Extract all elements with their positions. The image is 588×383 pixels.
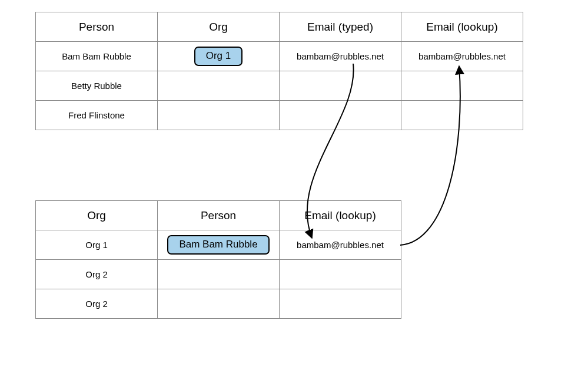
cell-person: Fred Flinstone	[36, 101, 158, 130]
cell-org: Org 1	[158, 42, 280, 71]
people-table: Person Org Email (typed) Email (lookup) …	[35, 12, 523, 130]
people-table-row: Bam Bam Rubble Org 1 bambam@rubbles.net …	[36, 42, 523, 71]
col-org: Org	[36, 201, 158, 230]
orgs-table: Org Person Email (lookup) Org 1 Bam Bam …	[35, 200, 401, 319]
col-email-lookup: Email (lookup)	[401, 12, 523, 42]
orgs-table-row: Org 2	[36, 260, 401, 289]
people-table-row: Betty Rubble	[36, 71, 523, 101]
cell-org	[158, 101, 280, 130]
cell-person	[158, 260, 280, 289]
cell-person: Betty Rubble	[36, 71, 158, 101]
cell-org	[158, 71, 280, 101]
cell-email-lookup: bambam@rubbles.net	[401, 42, 523, 71]
cell-org: Org 2	[36, 289, 158, 319]
col-person: Person	[36, 12, 158, 42]
org-chip[interactable]: Org 1	[194, 47, 243, 65]
cell-email-lookup	[401, 101, 523, 130]
cell-person: Bam Bam Rubble	[158, 230, 280, 260]
cell-email-typed: bambam@rubbles.net	[280, 42, 401, 71]
orgs-table-header-row: Org Person Email (lookup)	[36, 201, 401, 230]
cell-email-lookup: bambam@rubbles.net	[280, 230, 401, 260]
col-org: Org	[158, 12, 280, 42]
col-email-typed: Email (typed)	[280, 12, 401, 42]
cell-person	[158, 289, 280, 319]
people-table-row: Fred Flinstone	[36, 101, 523, 130]
cell-email-typed	[280, 71, 401, 101]
cell-email-lookup	[280, 289, 401, 319]
cell-org: Org 2	[36, 260, 158, 289]
cell-email-lookup	[401, 71, 523, 101]
cell-person: Bam Bam Rubble	[36, 42, 158, 71]
orgs-table-row: Org 1 Bam Bam Rubble bambam@rubbles.net	[36, 230, 401, 260]
cell-email-lookup	[280, 260, 401, 289]
col-email-lookup: Email (lookup)	[280, 201, 401, 230]
person-chip[interactable]: Bam Bam Rubble	[167, 235, 269, 254]
cell-org: Org 1	[36, 230, 158, 260]
orgs-table-row: Org 2	[36, 289, 401, 319]
cell-email-typed	[280, 101, 401, 130]
col-person: Person	[158, 201, 280, 230]
people-table-header-row: Person Org Email (typed) Email (lookup)	[36, 12, 523, 42]
